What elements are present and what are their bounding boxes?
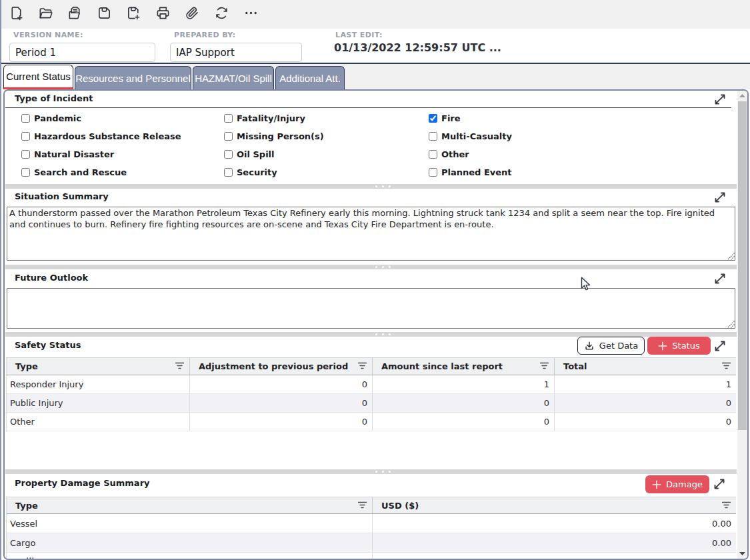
- checkbox-fire[interactable]: Fire: [429, 109, 461, 127]
- tab-additional-att[interactable]: Additional Att.: [275, 66, 345, 89]
- oil-spill-checkbox[interactable]: [224, 150, 233, 159]
- cell-amount: 1: [372, 375, 554, 393]
- drag-dots-icon: [375, 185, 395, 187]
- checkbox-security[interactable]: Security: [224, 163, 277, 181]
- missing-persons-checkbox[interactable]: [224, 132, 233, 141]
- tab-label: Resources and Personnel: [75, 73, 191, 84]
- security-checkbox[interactable]: [224, 168, 233, 177]
- save-button[interactable]: [96, 6, 112, 23]
- cell-amount: 0: [372, 413, 554, 431]
- expand-safety-status-button[interactable]: [713, 339, 727, 353]
- add-damage-button[interactable]: Damage: [645, 475, 709, 493]
- attach-button[interactable]: [184, 6, 200, 23]
- column-header: Type: [15, 501, 38, 511]
- search-and-rescue-checkbox[interactable]: [21, 168, 30, 177]
- table-row: Other 0 0 0: [7, 413, 736, 431]
- hazardous-substance-release-checkbox[interactable]: [21, 132, 30, 141]
- filter-icon[interactable]: [175, 361, 184, 371]
- sync-icon: [214, 5, 229, 23]
- scrollbar-thumb[interactable]: [738, 101, 747, 430]
- expand-property-damage-button[interactable]: [713, 477, 726, 491]
- checkbox-label: Planned Event: [441, 167, 512, 177]
- sync-button[interactable]: [213, 6, 229, 23]
- checkbox-label: Multi-Casualty: [441, 131, 512, 141]
- checkbox-hazardous-substance-release[interactable]: Hazardous Substance Release: [21, 127, 181, 145]
- pandemic-checkbox[interactable]: [21, 114, 30, 123]
- checkbox-label: Fire: [441, 113, 461, 123]
- print-button[interactable]: [155, 6, 171, 23]
- add-status-button[interactable]: Status: [647, 337, 711, 355]
- checkbox-label: Oil Spill: [237, 149, 275, 159]
- future-outlook-textarea[interactable]: [7, 288, 735, 329]
- section-resize-handle[interactable]: [5, 184, 737, 189]
- filter-icon[interactable]: [722, 361, 731, 371]
- cell-text: ...: [26, 553, 34, 559]
- more-options-button[interactable]: [243, 6, 259, 23]
- save-as-button[interactable]: [125, 6, 141, 23]
- filter-icon[interactable]: [540, 361, 549, 371]
- section-title-type-of-incident: Type of Incident: [15, 93, 93, 104]
- filter-icon[interactable]: [722, 501, 731, 511]
- scroll-up-button[interactable]: [737, 91, 747, 101]
- get-data-button[interactable]: Get Data: [577, 337, 645, 355]
- situation-summary-textarea[interactable]: [7, 207, 735, 261]
- cell-type: Public Injury: [7, 394, 189, 412]
- table-row: ...: [7, 553, 736, 559]
- open-file-icon: [67, 5, 83, 23]
- section-resize-handle[interactable]: [5, 469, 737, 474]
- fatality-injury-checkbox[interactable]: [224, 114, 233, 123]
- fire-checkbox[interactable]: [429, 114, 437, 123]
- add-damage-label: Damage: [666, 479, 703, 489]
- checkbox-multi-casualty[interactable]: Multi-Casualty: [429, 127, 512, 145]
- scroll-up-arrow-icon: [739, 94, 745, 97]
- checkbox-missing-persons[interactable]: Missing Person(s): [224, 127, 324, 145]
- version-name-input[interactable]: [9, 43, 155, 62]
- more-options-icon: [243, 5, 259, 23]
- tab-label: Current Status: [6, 71, 71, 82]
- tab-current-status[interactable]: Current Status: [3, 65, 73, 89]
- section-resize-handle[interactable]: [5, 265, 737, 269]
- cell-total: 0: [554, 413, 736, 431]
- cell-type: ...: [7, 553, 372, 559]
- other-checkbox[interactable]: [429, 150, 437, 159]
- column-header: Type: [15, 361, 38, 371]
- section-title-future-outlook: Future Outlook: [15, 273, 88, 283]
- cell-adjustment: 0: [189, 375, 372, 393]
- filter-icon[interactable]: [358, 501, 367, 511]
- get-data-label: Get Data: [599, 341, 638, 351]
- cell-type: Cargo: [7, 533, 372, 552]
- attachment-icon: [185, 5, 200, 23]
- checkbox-oil-spill[interactable]: Oil Spill: [224, 145, 275, 163]
- expand-situation-summary-button[interactable]: [713, 191, 727, 204]
- prepared-by-label: PREPARED BY:: [174, 31, 236, 39]
- checkbox-other[interactable]: Other: [429, 145, 469, 163]
- checkbox-natural-disaster[interactable]: Natural Disaster: [21, 145, 114, 163]
- natural-disaster-checkbox[interactable]: [21, 150, 30, 159]
- planned-event-checkbox[interactable]: [429, 168, 437, 177]
- checkbox-planned-event[interactable]: Planned Event: [429, 163, 512, 181]
- open-folder-button[interactable]: [37, 6, 53, 23]
- checkbox-label: Security: [237, 167, 277, 177]
- table-row: Cargo 0.00: [7, 533, 736, 553]
- expand-future-outlook-button[interactable]: [713, 272, 727, 285]
- checkbox-pandemic[interactable]: Pandemic: [21, 109, 81, 127]
- prepared-by-input[interactable]: [170, 43, 302, 62]
- tab-bar: Current Status Resources and Personnel H…: [0, 64, 750, 89]
- cell-usd: [372, 553, 736, 559]
- checkbox-fatality-injury[interactable]: Fatality/Injury: [224, 109, 305, 127]
- multi-casualty-checkbox[interactable]: [429, 132, 437, 141]
- checkbox-label: Search and Rescue: [34, 167, 127, 177]
- new-file-button[interactable]: [8, 6, 24, 23]
- expand-type-of-incident-button[interactable]: [713, 93, 727, 106]
- tab-hazmat-oil-spill[interactable]: HAZMAT/Oil Spill: [193, 66, 274, 89]
- open-file-button[interactable]: [67, 6, 83, 23]
- tab-resources-and-personnel[interactable]: Resources and Personnel: [75, 66, 191, 89]
- scroll-down-button[interactable]: [737, 549, 747, 559]
- section-resize-handle[interactable]: [5, 332, 737, 337]
- column-header: Amount since last report: [381, 361, 503, 371]
- table-row: Vessel 0.00: [7, 514, 736, 533]
- vertical-scrollbar[interactable]: [737, 91, 747, 559]
- filter-icon[interactable]: [358, 361, 367, 371]
- checkbox-search-and-rescue[interactable]: Search and Rescue: [21, 163, 127, 181]
- scroll-down-arrow-icon: [739, 552, 745, 555]
